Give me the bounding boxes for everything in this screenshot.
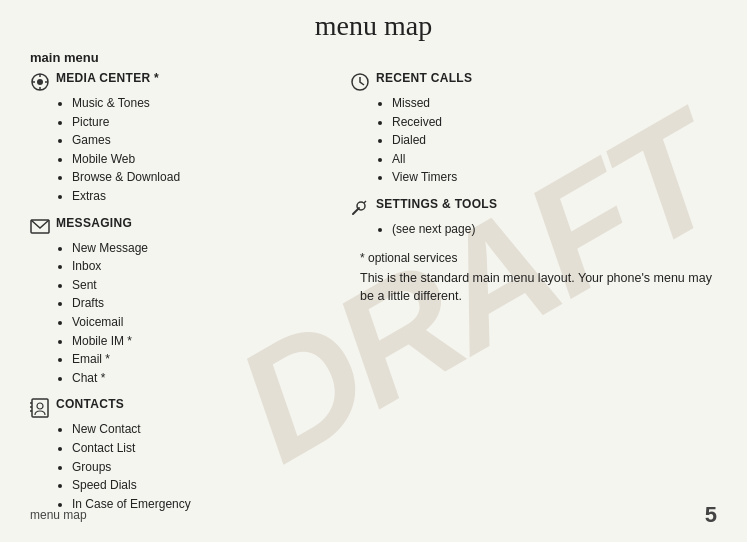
list-item: Extras	[72, 187, 350, 206]
media-center-header: MEDIA CENTER *	[30, 71, 350, 92]
messaging-title: MESSAGING	[56, 216, 132, 230]
media-center-list: Music & Tones Picture Games Mobile Web B…	[30, 94, 350, 206]
settings-icon	[350, 198, 370, 218]
list-item: New Contact	[72, 420, 350, 439]
media-center-section: MEDIA CENTER * Music & Tones Picture Gam…	[30, 71, 350, 206]
svg-point-13	[357, 202, 365, 210]
recent-calls-list: Missed Received Dialed All View Timers	[350, 94, 717, 187]
recent-calls-header: RECENT CALLS	[350, 71, 717, 92]
page-title: menu map	[30, 10, 717, 42]
standard-desc-text: This is the standard main menu layout. Y…	[360, 269, 717, 307]
left-column: MEDIA CENTER * Music & Tones Picture Gam…	[30, 71, 350, 523]
list-item: All	[392, 150, 717, 169]
contacts-header: CONTACTS	[30, 397, 350, 418]
settings-tools-section: SETTINGS & TOOLS (see next page)	[350, 197, 717, 239]
messaging-list: New Message Inbox Sent Drafts Voicemail …	[30, 239, 350, 388]
list-item: Drafts	[72, 294, 350, 313]
contacts-icon	[30, 398, 50, 418]
settings-tools-header: SETTINGS & TOOLS	[350, 197, 717, 218]
main-menu-label: main menu	[30, 50, 717, 65]
menu-columns: MEDIA CENTER * Music & Tones Picture Gam…	[30, 71, 717, 523]
list-item: Mobile Web	[72, 150, 350, 169]
messaging-section: MESSAGING New Message Inbox Sent Drafts …	[30, 216, 350, 388]
contacts-title: CONTACTS	[56, 397, 124, 411]
svg-point-11	[37, 403, 43, 409]
contacts-section: CONTACTS New Contact Contact List Groups…	[30, 397, 350, 513]
media-icon	[30, 72, 50, 92]
list-item: Mobile IM *	[72, 332, 350, 351]
settings-tools-title: SETTINGS & TOOLS	[376, 197, 497, 211]
list-item: Received	[392, 113, 717, 132]
list-item: In Case of Emergency	[72, 495, 350, 514]
svg-rect-7	[32, 399, 48, 417]
list-item: Dialed	[392, 131, 717, 150]
list-item: Sent	[72, 276, 350, 295]
list-item: Email *	[72, 350, 350, 369]
messaging-icon	[30, 217, 50, 237]
list-item: View Timers	[392, 168, 717, 187]
settings-tools-list: (see next page)	[350, 220, 717, 239]
optional-services-text: * optional services	[360, 251, 717, 265]
svg-point-1	[37, 79, 43, 85]
list-item: Music & Tones	[72, 94, 350, 113]
list-item: Browse & Download	[72, 168, 350, 187]
list-item: Inbox	[72, 257, 350, 276]
list-item: New Message	[72, 239, 350, 258]
media-center-title: MEDIA CENTER *	[56, 71, 159, 85]
right-column: RECENT CALLS Missed Received Dialed All …	[350, 71, 717, 523]
list-item: Chat *	[72, 369, 350, 388]
list-item: Speed Dials	[72, 476, 350, 495]
list-item: Games	[72, 131, 350, 150]
recent-calls-icon	[350, 72, 370, 92]
list-item: Picture	[72, 113, 350, 132]
list-item: Contact List	[72, 439, 350, 458]
contacts-list: New Contact Contact List Groups Speed Di…	[30, 420, 350, 513]
messaging-header: MESSAGING	[30, 216, 350, 237]
list-item: Missed	[392, 94, 717, 113]
list-item: (see next page)	[392, 220, 717, 239]
list-item: Groups	[72, 458, 350, 477]
recent-calls-section: RECENT CALLS Missed Received Dialed All …	[350, 71, 717, 187]
footer-area: * optional services This is the standard…	[350, 251, 717, 307]
list-item: Voicemail	[72, 313, 350, 332]
recent-calls-title: RECENT CALLS	[376, 71, 472, 85]
